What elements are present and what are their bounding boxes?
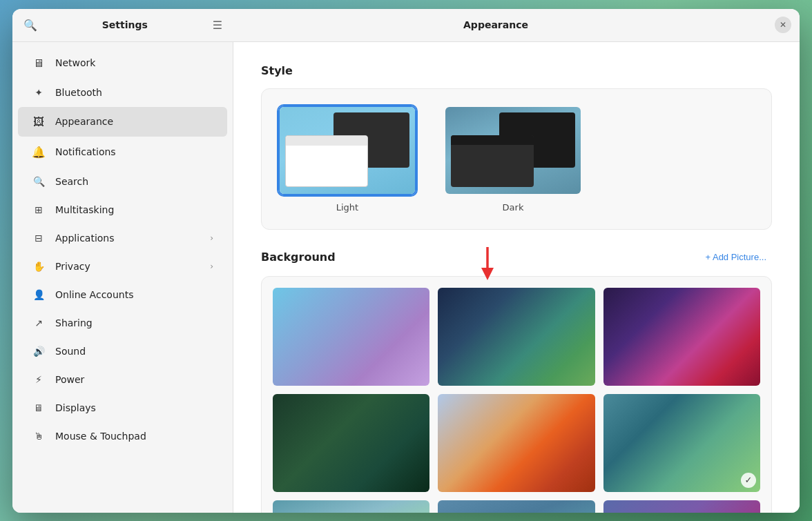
style-options: Light Dark: [278, 106, 755, 213]
style-option-light[interactable]: Light: [278, 106, 416, 213]
displays-icon: 🖥: [32, 402, 46, 413]
sidebar-item-notifications[interactable]: 🔔 Notifications: [18, 137, 227, 167]
network-icon: 🖥: [32, 57, 46, 70]
multitasking-icon: ⊞: [32, 204, 46, 215]
dark-preview-titlebar: [451, 135, 534, 145]
sidebar-label-power: Power: [55, 374, 84, 385]
sound-icon: 🔊: [32, 346, 46, 357]
bluetooth-icon: ✦: [32, 87, 46, 98]
sidebar-title: Settings: [46, 19, 204, 30]
notifications-icon: 🔔: [32, 146, 46, 159]
sidebar-item-displays[interactable]: 🖥 Displays: [18, 394, 227, 422]
style-label-light: Light: [336, 202, 358, 213]
background-grid: ✓: [261, 276, 772, 513]
light-preview-white-window: [285, 135, 368, 187]
sidebar-label-mouse-touchpad: Mouse & Touchpad: [55, 431, 146, 442]
sidebar-item-privacy[interactable]: ✋ Privacy ›: [18, 253, 227, 280]
style-label-dark: Dark: [503, 202, 524, 213]
background-thumb-2[interactable]: [438, 288, 594, 386]
sidebar-item-power[interactable]: ⚡ Power: [18, 366, 227, 393]
online-accounts-icon: 👤: [32, 289, 46, 300]
bg-grid-wrapper: ✓: [261, 276, 772, 513]
sidebar-label-network: Network: [55, 57, 95, 68]
titlebar: 🔍 Settings ☰ Appearance ✕: [12, 9, 800, 42]
sidebar-label-notifications: Notifications: [55, 146, 116, 157]
add-picture-button[interactable]: + Add Picture...: [699, 249, 772, 265]
sharing-icon: ↗: [32, 317, 46, 328]
menu-icon[interactable]: ☰: [213, 19, 222, 32]
privacy-chevron-icon: ›: [210, 262, 213, 271]
sidebar-label-privacy: Privacy: [55, 261, 90, 272]
red-arrow: [477, 247, 498, 282]
window-body: 🖥 Network ✦ Bluetooth 🖼 Appearance 🔔 Not…: [12, 42, 800, 513]
sidebar-item-applications[interactable]: ⊟ Applications ›: [18, 224, 227, 252]
selected-checkmark: ✓: [741, 473, 756, 488]
close-button[interactable]: ✕: [775, 17, 791, 33]
light-preview: [280, 107, 415, 194]
sidebar-item-online-accounts[interactable]: 👤 Online Accounts: [18, 281, 227, 308]
applications-icon: ⊟: [32, 233, 46, 244]
dark-preview: [445, 107, 581, 194]
sidebar-label-appearance: Appearance: [55, 116, 113, 127]
background-thumb-6[interactable]: ✓: [603, 394, 760, 492]
background-thumb-7[interactable]: [273, 500, 429, 513]
main-content: Style Light: [233, 42, 800, 513]
sidebar-item-sharing[interactable]: ↗ Sharing: [18, 309, 227, 337]
light-preview-titlebar: [286, 136, 367, 146]
style-thumb-dark[interactable]: [444, 106, 582, 195]
sidebar-item-mouse-touchpad[interactable]: 🖱 Mouse & Touchpad: [18, 422, 227, 450]
sidebar-label-bluetooth: Bluetooth: [55, 87, 102, 98]
mouse-touchpad-icon: 🖱: [32, 431, 46, 442]
background-thumb-1[interactable]: [273, 288, 429, 386]
background-thumb-9[interactable]: [603, 500, 760, 513]
settings-window: 🔍 Settings ☰ Appearance ✕ 🖥 Network ✦ Bl…: [12, 9, 800, 513]
search-icon[interactable]: 🔍: [23, 19, 37, 32]
sidebar-label-online-accounts: Online Accounts: [55, 289, 133, 300]
sidebar-label-search: Search: [55, 176, 88, 187]
privacy-icon: ✋: [32, 261, 46, 272]
sidebar-label-sharing: Sharing: [55, 317, 93, 328]
svg-marker-1: [481, 268, 494, 280]
sidebar-item-bluetooth[interactable]: ✦ Bluetooth: [18, 79, 227, 106]
style-option-dark[interactable]: Dark: [444, 106, 582, 213]
appearance-icon: 🖼: [32, 115, 46, 128]
search-sidebar-icon: 🔍: [32, 176, 46, 187]
background-thumb-8[interactable]: [438, 500, 594, 513]
dark-preview-window2: [451, 135, 534, 187]
background-thumb-4[interactable]: [273, 394, 429, 492]
sidebar-item-appearance[interactable]: 🖼 Appearance: [18, 107, 227, 137]
sidebar: 🖥 Network ✦ Bluetooth 🖼 Appearance 🔔 Not…: [12, 42, 233, 513]
background-thumb-5[interactable]: [438, 394, 594, 492]
style-thumb-light[interactable]: [278, 106, 416, 195]
titlebar-right: ✕: [758, 17, 800, 33]
power-icon: ⚡: [32, 374, 46, 385]
sidebar-label-sound: Sound: [55, 346, 86, 357]
sidebar-label-applications: Applications: [55, 233, 115, 244]
background-header: Background + Add Picture...: [261, 249, 772, 265]
appearance-title: Appearance: [463, 19, 528, 30]
sidebar-item-multitasking[interactable]: ⊞ Multitasking: [18, 196, 227, 224]
background-thumb-3[interactable]: [603, 288, 760, 386]
style-section: Light Dark: [261, 88, 772, 230]
sidebar-item-search[interactable]: 🔍 Search: [18, 168, 227, 195]
sidebar-label-displays: Displays: [55, 402, 96, 413]
background-section-title: Background: [261, 250, 336, 264]
sidebar-item-network[interactable]: 🖥 Network: [18, 48, 227, 78]
titlebar-left: 🔍 Settings ☰: [12, 19, 233, 32]
sidebar-label-multitasking: Multitasking: [55, 204, 114, 215]
main-title: Appearance: [233, 19, 758, 30]
applications-chevron-icon: ›: [210, 233, 213, 243]
style-section-title: Style: [261, 64, 772, 77]
sidebar-item-sound[interactable]: 🔊 Sound: [18, 337, 227, 365]
